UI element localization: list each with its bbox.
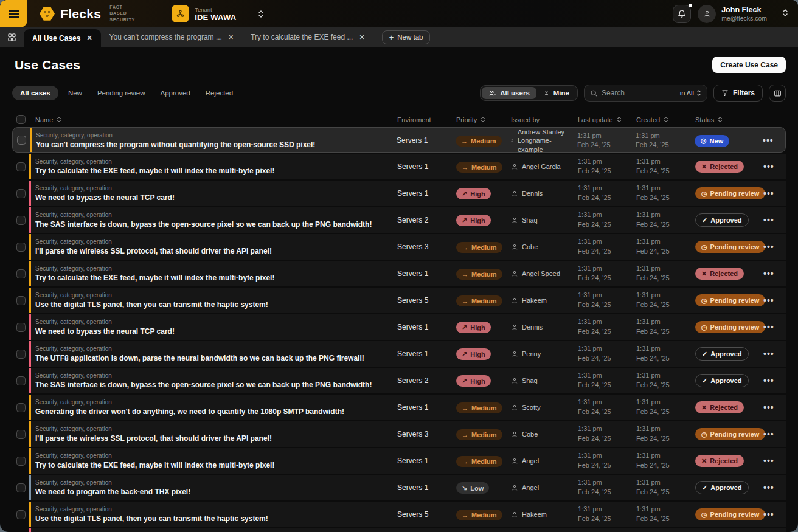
row-menu-button[interactable]: ••• — [763, 242, 786, 252]
table-row[interactable]: Security, category, operation Generating… — [12, 395, 786, 420]
row-checkbox[interactable] — [17, 136, 26, 145]
table-row[interactable]: Security, category, operation You can't … — [12, 127, 786, 153]
table-row[interactable]: Security, category, operation We need to… — [12, 475, 786, 500]
row-issued-by: Angel — [511, 457, 578, 465]
row-checkbox[interactable] — [16, 430, 26, 439]
priority-arrow-icon: ↗ — [462, 190, 467, 198]
col-header-created[interactable]: Created — [636, 116, 695, 123]
row-checkbox[interactable] — [16, 457, 26, 466]
table-row[interactable]: Security, category, operation ↗ High 1:3… — [12, 528, 786, 532]
row-checkbox[interactable] — [16, 483, 26, 492]
row-menu-button[interactable]: ••• — [763, 269, 786, 278]
tenant-icon — [172, 5, 189, 22]
columns-view-button[interactable] — [769, 85, 786, 102]
col-header-status[interactable]: Status — [695, 116, 763, 123]
status-icon: ✓ — [702, 377, 707, 385]
table-row[interactable]: Security, category, operation Use the di… — [12, 502, 786, 527]
create-use-case-button[interactable]: Create Use Case — [712, 57, 786, 73]
status-icon: ◷ — [701, 430, 707, 438]
tenant-chevron-icon[interactable] — [258, 10, 264, 18]
new-tab-button[interactable]: + New tab — [382, 30, 431, 44]
priority-stripe — [30, 128, 32, 152]
row-checkbox[interactable] — [16, 296, 26, 305]
chip-new[interactable]: New — [63, 86, 88, 100]
table-row[interactable]: Security, category, operation The SAS in… — [12, 368, 786, 393]
chip-all-cases[interactable]: All cases — [12, 86, 58, 100]
tab-close-icon[interactable]: ✕ — [228, 33, 234, 41]
col-header-name[interactable]: Name — [29, 116, 397, 123]
tab-close-icon[interactable]: ✕ — [359, 33, 364, 41]
chip-pending-review[interactable]: Pending review — [92, 86, 151, 100]
apps-grid-icon[interactable] — [7, 33, 16, 42]
row-menu-button[interactable]: ••• — [763, 162, 786, 171]
row-checkbox[interactable] — [16, 162, 26, 171]
chip-rejected[interactable]: Rejected — [200, 86, 238, 100]
row-checkbox[interactable] — [16, 323, 26, 332]
table-row[interactable]: Security, category, operation The UTF8 a… — [12, 341, 786, 367]
row-checkbox[interactable] — [16, 243, 26, 252]
row-created: 1:31 pmFeb 24, '25 — [636, 210, 695, 230]
row-created: 1:31 pmFeb 24, '25 — [636, 424, 695, 444]
row-menu-button[interactable]: ••• — [763, 429, 786, 439]
row-category: Security, category, operation — [35, 238, 397, 245]
scope-mine[interactable]: Mine — [536, 87, 576, 99]
row-menu-button[interactable]: ••• — [763, 322, 786, 332]
priority-badge: → Medium — [456, 456, 502, 467]
plus-icon: + — [389, 33, 394, 42]
tab-bar: All Use Cases ✕ You can't compress the p… — [0, 27, 798, 47]
row-menu-button[interactable]: ••• — [763, 349, 786, 359]
tab-close-icon[interactable]: ✕ — [86, 34, 92, 42]
filters-button[interactable]: Filters — [713, 85, 763, 102]
row-checkbox[interactable] — [16, 269, 26, 278]
user-icon — [511, 243, 518, 250]
row-checkbox[interactable] — [16, 189, 26, 198]
select-all-checkbox[interactable] — [16, 115, 26, 124]
user-icon — [511, 270, 518, 277]
table-row[interactable]: Security, category, operation We need to… — [12, 181, 786, 206]
table-row[interactable]: Security, category, operation Use the di… — [12, 288, 786, 313]
row-checkbox[interactable] — [16, 350, 26, 359]
notifications-button[interactable] — [673, 5, 691, 23]
row-menu-button[interactable]: ••• — [763, 456, 786, 466]
table-row[interactable]: Security, category, operation I'll parse… — [12, 421, 786, 447]
tenant-selector[interactable]: Tenant IDE WAWA — [172, 5, 236, 22]
row-menu-button[interactable]: ••• — [763, 376, 786, 385]
row-created: 1:31 pmFeb 24, '25 — [636, 291, 695, 310]
row-menu-button[interactable]: ••• — [763, 510, 786, 519]
search-input[interactable] — [602, 89, 680, 97]
priority-arrow-icon: → — [462, 297, 468, 305]
row-title: We need to bypass the neural TCP card! — [35, 327, 397, 336]
row-created: 1:31 pmFeb 24, '25 — [636, 398, 695, 417]
account-menu[interactable]: John Fleck me@flecks.com — [698, 5, 788, 23]
chip-approved[interactable]: Approved — [155, 86, 196, 100]
table-row[interactable]: Security, category, operation We need to… — [12, 314, 786, 340]
table-row[interactable]: Security, category, operation I'll parse… — [12, 234, 786, 260]
row-created: 1:31 pmFeb 24, '25 — [636, 371, 695, 390]
row-checkbox[interactable] — [16, 510, 26, 519]
row-checkbox[interactable] — [16, 216, 26, 225]
row-menu-button[interactable]: ••• — [763, 402, 786, 412]
row-menu-button[interactable]: ••• — [763, 295, 786, 305]
row-menu-button[interactable]: ••• — [763, 188, 786, 198]
user-icon — [511, 216, 518, 224]
tab-all-use-cases[interactable]: All Use Cases ✕ — [24, 29, 101, 47]
table-row[interactable]: Security, category, operation Try to cal… — [12, 261, 786, 286]
tab-use-case-2[interactable]: Try to calculate the EXE feed ... ✕ — [242, 27, 373, 47]
table-row[interactable]: Security, category, operation Try to cal… — [12, 154, 786, 179]
priority-arrow-icon: → — [462, 404, 468, 412]
row-checkbox[interactable] — [16, 403, 26, 412]
table-row[interactable]: Security, category, operation The SAS in… — [12, 207, 786, 233]
search-scope-select[interactable]: in All — [680, 89, 701, 97]
tab-use-case-1[interactable]: You can't compress the program ... ✕ — [101, 27, 243, 47]
row-menu-button[interactable]: ••• — [763, 136, 785, 145]
priority-arrow-icon: → — [462, 271, 468, 278]
table-row[interactable]: Security, category, operation Try to cal… — [12, 448, 786, 474]
row-menu-button[interactable]: ••• — [763, 483, 786, 492]
scope-all-users[interactable]: All users — [482, 87, 536, 99]
row-checkbox[interactable] — [16, 376, 26, 385]
row-menu-button[interactable]: ••• — [763, 215, 786, 225]
menu-button[interactable] — [0, 0, 27, 27]
row-last-update: 1:31 pmFeb 24, '25 — [578, 184, 636, 203]
col-header-priority[interactable]: Priority — [456, 116, 511, 123]
col-header-last-update[interactable]: Last update — [578, 116, 636, 123]
